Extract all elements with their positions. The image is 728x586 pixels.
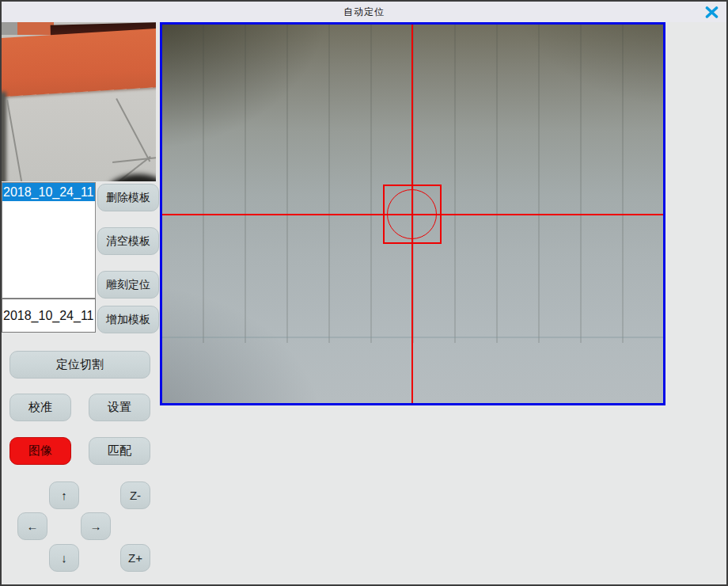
photo-dark-object bbox=[104, 174, 156, 181]
template-list[interactable]: 2018_10_24_11 bbox=[2, 182, 96, 299]
jog-z-minus-button[interactable]: Z- bbox=[120, 481, 150, 509]
clear-templates-button[interactable]: 清空模板 bbox=[97, 227, 159, 255]
close-icon bbox=[705, 6, 719, 18]
photo-orange-board bbox=[2, 28, 156, 97]
add-template-button[interactable]: 增加模板 bbox=[97, 306, 159, 333]
photo-tile-grout bbox=[116, 98, 150, 162]
template-preview-image bbox=[2, 22, 156, 181]
image-button[interactable]: 图像 bbox=[9, 437, 71, 465]
dialog-title: 自动定位 bbox=[343, 6, 385, 19]
match-region-circle bbox=[387, 189, 437, 239]
jog-z-plus-button[interactable]: Z+ bbox=[120, 544, 150, 572]
auto-position-dialog: 自动定位 2018_10_24_11 删除模板 清空模板 雕刻定位 增加模板 定… bbox=[0, 0, 728, 586]
photo-tile-grout bbox=[6, 100, 27, 181]
title-bar: 自动定位 bbox=[2, 2, 726, 22]
close-button[interactable] bbox=[701, 4, 722, 20]
position-cut-button[interactable]: 定位切割 bbox=[9, 351, 150, 379]
match-button[interactable]: 匹配 bbox=[89, 437, 150, 465]
jog-left-button[interactable]: ← bbox=[17, 512, 47, 540]
jog-up-button[interactable]: ↑ bbox=[49, 481, 79, 509]
settings-button[interactable]: 设置 bbox=[89, 394, 150, 421]
photo-orange-block bbox=[17, 22, 54, 35]
template-name-input[interactable] bbox=[2, 299, 96, 333]
camera-view[interactable] bbox=[160, 22, 665, 405]
jog-down-button[interactable]: ↓ bbox=[49, 544, 79, 572]
calibrate-button[interactable]: 校准 bbox=[9, 394, 71, 421]
delete-template-button[interactable]: 删除模板 bbox=[97, 184, 159, 211]
engrave-position-button[interactable]: 雕刻定位 bbox=[97, 271, 159, 299]
photo-left-shadow bbox=[2, 92, 6, 181]
photo-gray-block bbox=[2, 22, 17, 35]
template-list-item[interactable]: 2018_10_24_11 bbox=[2, 183, 95, 201]
jog-right-button[interactable]: → bbox=[81, 512, 111, 540]
